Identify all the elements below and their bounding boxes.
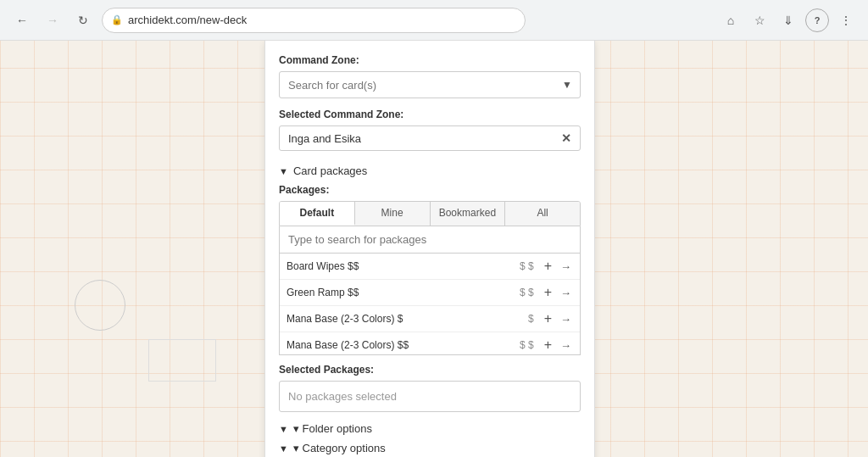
packages-label: Packages: — [279, 184, 581, 196]
tab-all[interactable]: All — [505, 202, 580, 226]
package-add-button[interactable]: + — [541, 285, 555, 300]
package-cost: $ $ — [520, 287, 534, 298]
category-options-header[interactable]: ▼ ▾ Category options — [279, 442, 581, 454]
package-goto-button[interactable]: → — [559, 260, 573, 273]
package-row: Green Ramp $$$ $+→ — [280, 280, 580, 306]
command-zone-dropdown-wrapper: ▼ — [279, 71, 581, 98]
menu-button[interactable]: ⋮ — [834, 8, 858, 32]
folder-options-header[interactable]: ▼ ▾ Folder options — [279, 422, 581, 435]
home-button[interactable]: ⌂ — [719, 8, 743, 32]
command-zone-label: Command Zone: — [279, 54, 581, 66]
selected-command-zone-label: Selected Command Zone: — [279, 109, 581, 120]
folder-options-arrow-icon: ▼ — [279, 424, 288, 434]
browser-chrome: ← → ↻ 🔒 archidekt.com/new-deck ⌂ ☆ ⇓ ? ⋮ — [0, 0, 868, 41]
package-cost: $ $ — [520, 260, 534, 272]
star-button[interactable]: ☆ — [748, 8, 771, 32]
category-options-arrow-icon: ▼ — [279, 443, 288, 454]
package-goto-button[interactable]: → — [559, 339, 573, 352]
lock-icon: 🔒 — [111, 14, 123, 25]
packages-tabs: Default Mine Bookmarked All — [279, 201, 581, 226]
package-name: Board Wipes $$ — [287, 260, 516, 272]
browser-actions: ⌂ ☆ ⇓ ? ⋮ — [719, 8, 858, 32]
panel: Command Zone: ▼ Selected Command Zone: I… — [264, 41, 595, 457]
command-zone-search-input[interactable] — [279, 71, 581, 98]
tab-default[interactable]: Default — [280, 202, 355, 226]
package-name: Green Ramp $$ — [287, 287, 516, 298]
package-goto-button[interactable]: → — [559, 313, 573, 326]
package-name: Mana Base (2-3 Colors) $$ — [287, 339, 516, 351]
url-text: archidekt.com/new-deck — [128, 14, 247, 26]
back-button[interactable]: ← — [10, 8, 34, 32]
package-cost: $ $ — [520, 339, 534, 351]
package-row: Mana Base (2-3 Colors) $$+→ — [280, 306, 580, 332]
selected-card-name: Inga and Esika — [288, 132, 361, 145]
card-packages-arrow-icon: ▼ — [279, 166, 288, 176]
package-add-button[interactable]: + — [541, 259, 555, 274]
card-packages-label: Card packages — [293, 164, 367, 177]
download-button[interactable]: ⇓ — [776, 8, 800, 32]
package-add-button[interactable]: + — [541, 337, 555, 353]
tab-bookmarked[interactable]: Bookmarked — [431, 202, 506, 226]
category-options-section: ▼ ▾ Category options Category Templates:… — [279, 442, 581, 457]
package-row: Board Wipes $$$ $+→ — [280, 254, 580, 280]
selected-zone-row: Inga and Esika ✕ — [279, 125, 581, 151]
search-packages-input[interactable] — [279, 226, 581, 254]
package-goto-button[interactable]: → — [559, 287, 573, 299]
folder-options-section: ▼ ▾ Folder options — [279, 422, 581, 435]
category-options-label: ▾ Category options — [293, 442, 386, 454]
card-packages-header[interactable]: ▼ Card packages — [279, 164, 581, 177]
address-bar[interactable]: 🔒 archidekt.com/new-deck — [102, 8, 526, 33]
package-add-button[interactable]: + — [541, 311, 555, 326]
selected-packages-section: Selected Packages: No packages selected — [279, 364, 581, 412]
main-content: Command Zone: ▼ Selected Command Zone: I… — [0, 41, 868, 457]
no-packages-box: No packages selected — [279, 381, 581, 412]
forward-button[interactable]: → — [41, 8, 64, 32]
remove-card-button[interactable]: ✕ — [561, 131, 571, 145]
package-row: Mana Base (2-3 Colors) $$$ $+→ — [280, 332, 580, 355]
packages-list: Board Wipes $$$ $+→Green Ramp $$$ $+→Man… — [279, 254, 581, 355]
folder-options-label: ▾ Folder options — [293, 422, 372, 435]
refresh-button[interactable]: ↻ — [71, 8, 95, 32]
selected-packages-label: Selected Packages: — [279, 364, 581, 376]
account-button[interactable]: ? — [805, 8, 829, 32]
package-cost: $ — [528, 313, 534, 325]
package-name: Mana Base (2-3 Colors) $ — [287, 313, 525, 325]
tab-mine[interactable]: Mine — [355, 202, 431, 226]
